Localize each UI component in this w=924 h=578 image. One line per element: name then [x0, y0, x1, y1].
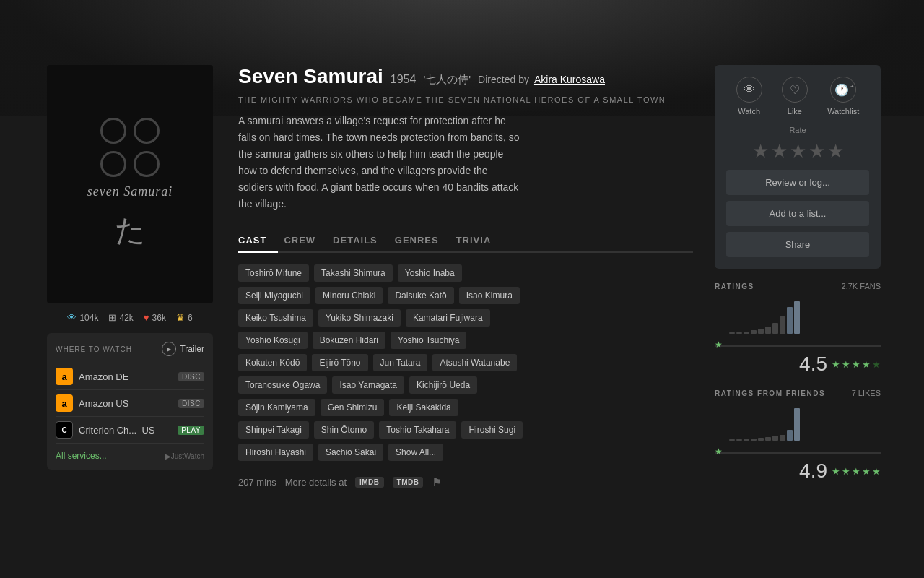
friends-rating-line: [715, 452, 881, 454]
cast-member[interactable]: Bokuzen Hidari: [313, 332, 385, 349]
cast-member[interactable]: Toshirō Mifune: [238, 264, 309, 282]
crown-icon: ♛: [176, 312, 185, 323]
cast-member[interactable]: Gen Shimizu: [321, 399, 385, 416]
service-criterion[interactable]: C Criterion Ch... US PLAY: [56, 417, 204, 444]
cast-member[interactable]: Isao Kimura: [459, 287, 520, 304]
r-star-2: ★: [842, 359, 850, 370]
watchlist-button[interactable]: 🕐+ Watchlist: [827, 77, 859, 116]
duration: 207 mins: [238, 477, 276, 488]
movie-title-row: Seven Samurai 1954 '七人の侍' Directed by Ak…: [238, 65, 693, 88]
poster-circle-4: [134, 151, 160, 177]
cast-member[interactable]: Minoru Chiaki: [315, 287, 383, 304]
director-link[interactable]: Akira Kurosawa: [534, 74, 605, 85]
criterion-logo: C: [56, 421, 73, 439]
rate-section: Rate ★ ★ ★ ★ ★: [726, 126, 869, 163]
cast-member[interactable]: Yoshio Tsuchiya: [391, 332, 466, 349]
star-4[interactable]: ★: [808, 140, 825, 163]
rating-bar-item: [772, 436, 778, 441]
cast-member[interactable]: Yoshio Inaba: [398, 264, 462, 282]
tab-genres[interactable]: GENRES: [395, 229, 450, 253]
star-5[interactable]: ★: [827, 140, 844, 163]
star-2[interactable]: ★: [771, 140, 788, 163]
cast-member[interactable]: Show All...: [388, 444, 443, 461]
cast-member[interactable]: Sōjin Kamiyama: [238, 399, 315, 416]
cast-member[interactable]: Eijirō Tōno: [312, 354, 367, 371]
add-to-list-button[interactable]: Add to a list...: [726, 201, 869, 226]
tab-details[interactable]: DETAILS: [333, 229, 389, 253]
rating-bar-item: [758, 329, 764, 334]
cast-member[interactable]: Kichijirō Ueda: [409, 376, 477, 394]
rating-bar-item: [765, 327, 771, 334]
service-amazon-us[interactable]: a Amazon US DISC: [56, 390, 204, 417]
r-star-5: ★: [872, 359, 881, 370]
grid-icon: ⊞: [108, 312, 116, 323]
cast-member[interactable]: Keiko Tsushima: [238, 309, 313, 327]
trailer-button[interactable]: ▶ Trailer: [162, 342, 204, 356]
cast-member[interactable]: Seiji Miyaguchi: [238, 287, 310, 304]
ratings-title: RATINGS: [715, 282, 754, 290]
star-1[interactable]: ★: [752, 140, 769, 163]
cast-member[interactable]: Toshio Takahara: [379, 421, 456, 439]
cast-member[interactable]: Keiji Sakakida: [389, 399, 458, 416]
watch-icon: 👁: [736, 77, 762, 103]
rating-bar-item: [758, 438, 764, 441]
rating-score-row: 4.5 ★ ★ ★ ★ ★: [715, 353, 881, 376]
star-3[interactable]: ★: [790, 140, 806, 163]
stars-row[interactable]: ★ ★ ★ ★ ★: [726, 140, 869, 163]
rating-bar-item: [736, 439, 742, 441]
cast-member[interactable]: Yukiko Shimazaki: [318, 309, 401, 327]
cast-member[interactable]: Shinpei Takagi: [238, 421, 309, 439]
watchlist-icon: 🕐+: [830, 77, 856, 103]
like-label: Like: [788, 107, 802, 116]
cast-member[interactable]: Kamatari Fujiwara: [406, 309, 490, 327]
tab-crew[interactable]: CREW: [284, 229, 327, 253]
poster-kanji: た: [115, 210, 146, 251]
flag-icon[interactable]: ⚑: [432, 475, 442, 489]
cast-member[interactable]: Takashi Shimura: [314, 264, 393, 282]
cast-member[interactable]: Yoshio Kosugi: [238, 332, 308, 349]
cast-member[interactable]: Kokuten Kōdō: [238, 354, 307, 371]
tab-cast[interactable]: CAST: [238, 229, 278, 253]
cast-member[interactable]: Jun Tatara: [373, 354, 428, 371]
all-services-link[interactable]: All services...: [56, 451, 107, 461]
cast-member[interactable]: Hiroshi Sugi: [461, 421, 523, 439]
friends-rating-number: 4.9: [799, 460, 827, 483]
justwatch-credit: ▶JustWatch: [165, 452, 204, 460]
cast-member[interactable]: Shin Ōtomo: [314, 421, 374, 439]
cast-member[interactable]: Toranosuke Ogawa: [238, 376, 327, 394]
tmdb-link[interactable]: TMDB: [393, 477, 424, 488]
imdb-link[interactable]: IMDB: [355, 477, 384, 488]
share-button[interactable]: Share: [726, 232, 869, 257]
amazon-de-name: Amazon DE: [79, 371, 173, 382]
cast-member[interactable]: Atsushi Watanabe: [432, 354, 517, 371]
like-count: ♥ 36k: [144, 312, 166, 323]
cast-member[interactable]: Daisuke Katō: [388, 287, 453, 304]
r-star-1: ★: [832, 359, 840, 370]
review-button[interactable]: Review or log...: [726, 170, 869, 195]
tab-trivia[interactable]: TRIVIA: [456, 229, 503, 253]
movie-native-title: '七人の侍': [423, 73, 471, 87]
content-tabs: CAST CREW DETAILS GENRES TRIVIA: [238, 229, 693, 253]
service-amazon-de[interactable]: a Amazon DE DISC: [56, 363, 204, 390]
cast-member[interactable]: Hiroshi Hayashi: [238, 444, 313, 461]
watch-label: Watch: [738, 107, 760, 116]
rating-bar-item: [794, 408, 800, 441]
watchlist-label: Watchlist: [827, 107, 859, 116]
where-to-watch-title: WHERE TO WATCH: [56, 345, 132, 353]
friends-ratings-section: RATINGS FROM FRIENDS 7 LIKES 4.9 ★ ★ ★ ★…: [715, 389, 881, 483]
rating-bar-item: [772, 323, 778, 334]
amazon-us-name: Amazon US: [79, 398, 173, 409]
rate-label: Rate: [726, 126, 869, 134]
amazon-de-badge: DISC: [178, 372, 204, 381]
like-icon: ♡: [782, 77, 808, 103]
amazon-us-badge: DISC: [178, 399, 204, 408]
cast-member[interactable]: Isao Yamagata: [332, 376, 404, 394]
like-button[interactable]: ♡ Like: [782, 77, 808, 116]
amazon-de-logo: a: [56, 368, 73, 385]
friends-ratings-chart: [715, 405, 881, 448]
poster-circle-2: [134, 118, 160, 144]
r-star-3: ★: [852, 359, 860, 370]
watch-button[interactable]: 👁 Watch: [736, 77, 762, 116]
cast-member[interactable]: Sachio Sakai: [318, 444, 383, 461]
list-count: ⊞ 42k: [108, 312, 133, 323]
